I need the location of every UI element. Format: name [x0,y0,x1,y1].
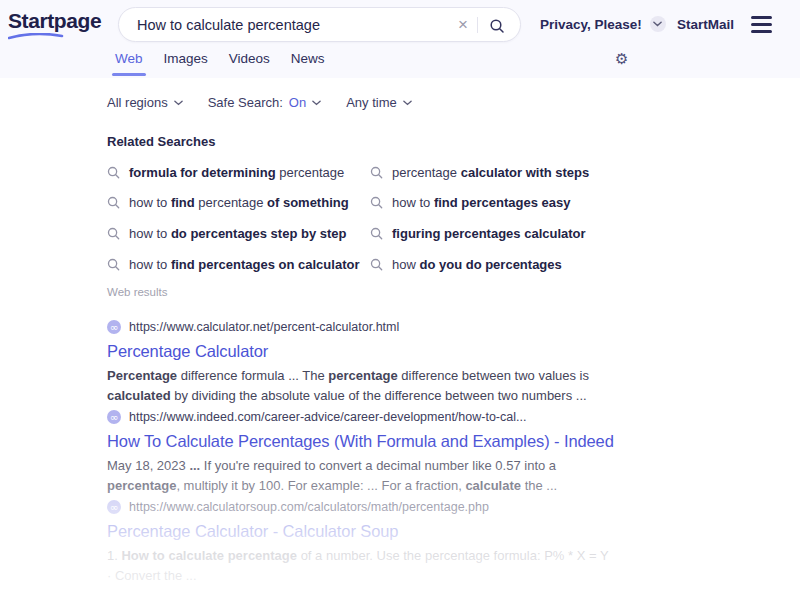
privacy-please-label: Privacy, Please! [540,17,642,32]
tab-news[interactable]: News [291,51,325,76]
result-url-row: ∞ https://www.calculatorsoup.com/calcula… [107,498,617,516]
result-url[interactable]: https://www.indeed.com/career-advice/car… [129,410,526,424]
tab-videos[interactable]: Videos [229,51,270,76]
search-icon [370,196,383,209]
anonymous-view-icon[interactable]: ∞ [107,320,121,334]
safe-search-label: Safe Search: [208,95,283,110]
search-icon [370,227,383,240]
startpage-results-page: Startpage × Privacy, Please! [0,0,800,603]
search-icon [489,18,505,34]
related-search-text: how to find percentages on calculator [129,257,359,272]
related-search-text: how do you do percentages [392,257,562,272]
search-icon [107,196,120,209]
related-search-text: percentage calculator with steps [392,165,589,180]
time-filter[interactable]: Any time [346,95,412,110]
chevron-down-icon [174,100,183,106]
search-icon [107,227,120,240]
privacy-please-menu[interactable]: Privacy, Please! [540,0,666,48]
related-search-item[interactable]: formula for determining percentage [107,165,370,180]
related-search-text: how to find percentages easy [392,195,570,210]
filter-bar: All regions Safe Search: On Any time [107,95,412,110]
related-search-text: formula for determining percentage [129,165,344,180]
search-icon [370,166,383,179]
related-search-item[interactable]: how to find percentages easy [370,195,620,210]
main-content: All regions Safe Search: On Any time Rel… [0,78,800,603]
related-search-text: how to find percentage of something [129,195,349,210]
related-searches-heading: Related Searches [107,134,215,149]
related-search-text: figuring percentages calculator [392,226,586,241]
related-searches-list: formula for determining percentage how t… [107,157,620,279]
chevron-down-icon [312,100,321,106]
logo-text: Startpage [8,9,101,32]
tab-web[interactable]: Web [115,51,143,76]
result-title-link[interactable]: Percentage Calculator - Calculator Soup [107,522,617,541]
anonymous-view-icon[interactable]: ∞ [107,410,121,424]
anonymous-view-icon[interactable]: ∞ [107,500,121,514]
result-snippet: Percentage difference formula ... The pe… [107,366,614,405]
startpage-logo[interactable]: Startpage [8,9,101,33]
result-url-row: ∞ https://www.indeed.com/career-advice/c… [107,408,617,426]
result-url[interactable]: https://www.calculator.net/percent-calcu… [129,320,399,334]
result-url-row: ∞ https://www.calculator.net/percent-cal… [107,318,617,336]
tab-images[interactable]: Images [164,51,208,76]
result-snippet: May 18, 2023 ... If you're required to c… [107,456,614,495]
results-list: ∞ https://www.calculator.net/percent-cal… [107,318,617,588]
search-result: ∞ https://www.calculator.net/percent-cal… [107,318,617,408]
region-filter[interactable]: All regions [107,95,183,110]
menu-icon[interactable] [751,16,772,33]
web-results-label: Web results [107,286,168,298]
related-search-item[interactable]: how to find percentages on calculator [107,257,370,272]
search-icon [370,258,383,271]
result-snippet: 1. How to calculate percentage of a numb… [107,546,614,585]
safe-search-filter[interactable]: Safe Search: On [208,95,322,110]
search-tabs: Web Images Videos News [115,51,325,76]
time-filter-label: Any time [346,95,397,110]
search-result: ∞ https://www.calculatorsoup.com/calcula… [107,498,617,588]
startmail-label: StartMail [677,17,734,32]
result-title-link[interactable]: Percentage Calculator [107,342,617,361]
related-search-item[interactable]: how do you do percentages [370,257,620,272]
chevron-down-icon [403,100,412,106]
chevron-down-icon [650,16,666,32]
related-search-item[interactable]: figuring percentages calculator [370,226,620,241]
header: Startpage × Privacy, Please! [0,0,800,78]
search-icon [107,166,120,179]
search-bar[interactable]: × [118,7,521,42]
region-filter-label: All regions [107,95,168,110]
safe-search-value: On [289,95,306,110]
related-search-text: how to do percentages step by step [129,226,346,241]
search-icon [107,258,120,271]
result-url[interactable]: https://www.calculatorsoup.com/calculato… [129,500,489,514]
result-title-link[interactable]: How To Calculate Percentages (With Formu… [107,432,617,451]
search-input[interactable] [137,17,449,33]
related-search-item[interactable]: how to do percentages step by step [107,226,370,241]
settings-gear-icon[interactable]: ⚙ [615,50,628,68]
startmail-link[interactable]: StartMail [677,0,734,48]
search-submit-button[interactable] [478,16,512,34]
search-result: ∞ https://www.indeed.com/career-advice/c… [107,408,617,498]
related-search-item[interactable]: how to find percentage of something [107,195,370,210]
logo-underline-swoosh [8,33,64,40]
related-search-item[interactable]: percentage calculator with steps [370,165,620,180]
clear-search-icon[interactable]: × [449,16,477,33]
